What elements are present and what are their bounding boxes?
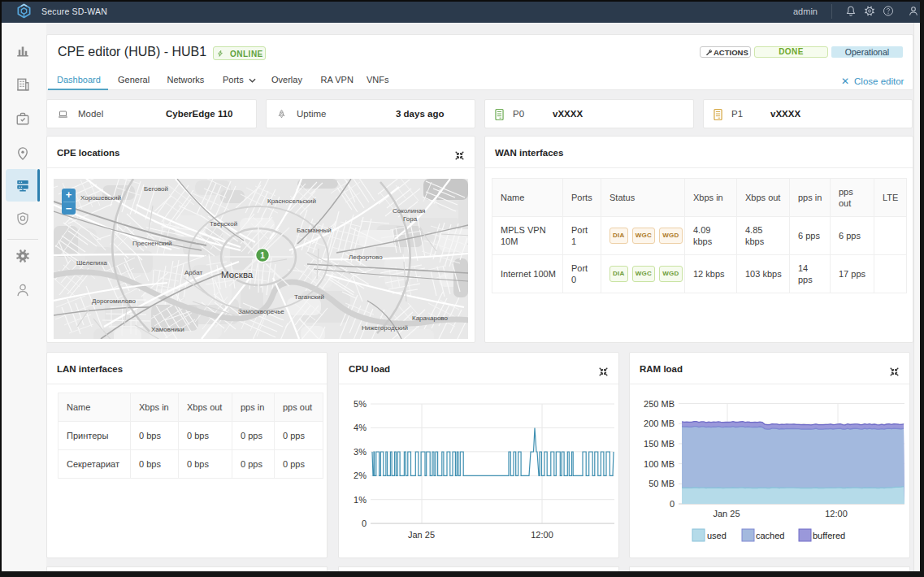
svg-text:Беговой: Беговой <box>144 185 168 193</box>
svg-text:cached: cached <box>756 531 784 540</box>
svg-text:1: 1 <box>260 251 265 260</box>
svg-text:Соколиная: Соколиная <box>393 207 425 215</box>
svg-text:Лефортово: Лефортово <box>349 254 383 261</box>
svg-text:buffered: buffered <box>813 531 845 540</box>
svg-text:50 MB: 50 MB <box>649 479 675 488</box>
svg-text:1%: 1% <box>354 495 367 505</box>
svg-text:3%: 3% <box>354 447 367 457</box>
svg-text:0: 0 <box>670 499 675 509</box>
svg-text:0: 0 <box>362 518 367 528</box>
svg-text:Нижегородский: Нижегородский <box>362 324 408 332</box>
svg-text:5%: 5% <box>354 399 367 409</box>
svg-text:Гора: Гора <box>403 215 418 223</box>
svg-text:Замоскворечье: Замоскворечье <box>238 308 284 315</box>
svg-text:4%: 4% <box>354 423 367 432</box>
svg-text:12:00: 12:00 <box>825 509 848 518</box>
svg-text:Шелепиха: Шелепиха <box>76 259 107 267</box>
svg-text:250 MB: 250 MB <box>644 399 675 409</box>
svg-text:Таганский: Таганский <box>294 293 324 301</box>
svg-text:Тверской: Тверской <box>210 220 237 228</box>
svg-text:Басманный: Басманный <box>297 227 332 234</box>
svg-text:12:00: 12:00 <box>531 530 553 540</box>
svg-text:Jan 25: Jan 25 <box>713 509 740 518</box>
svg-text:Хамовники: Хамовники <box>151 326 184 333</box>
svg-text:Jan 25: Jan 25 <box>408 530 435 540</box>
svg-text:Арбат: Арбат <box>184 269 202 276</box>
svg-text:Красносельский: Красносельский <box>267 197 316 205</box>
svg-text:used: used <box>707 531 727 540</box>
svg-text:150 MB: 150 MB <box>644 439 675 449</box>
svg-text:Карачарово: Карачарово <box>412 315 449 322</box>
svg-text:Пресненский: Пресненский <box>132 240 171 247</box>
svg-text:Хорошевский: Хорошевский <box>80 194 121 202</box>
svg-text:Москва: Москва <box>221 270 254 280</box>
svg-text:2%: 2% <box>354 471 367 480</box>
svg-text:200 MB: 200 MB <box>644 419 675 428</box>
svg-text:Дорогомилово: Дорогомилово <box>92 297 136 305</box>
svg-text:100 MB: 100 MB <box>644 459 675 469</box>
